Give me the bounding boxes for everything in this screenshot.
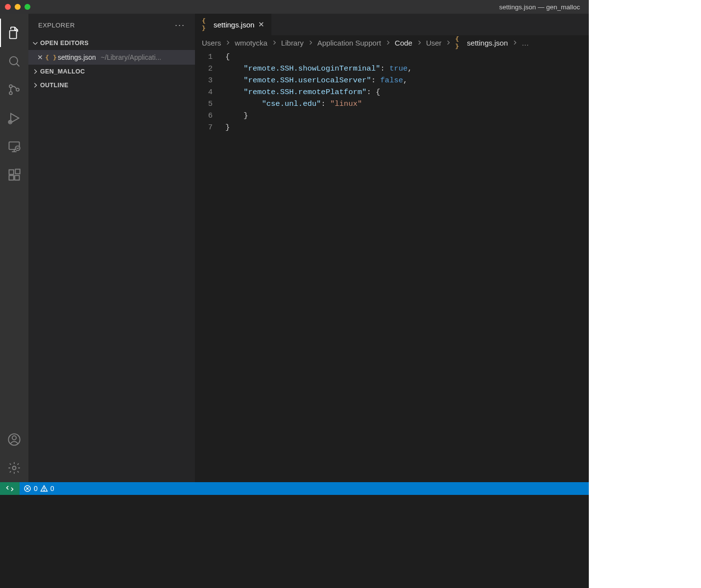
json-file-icon: { } — [47, 53, 55, 61]
line-number: 2 — [195, 63, 213, 74]
svg-line-2 — [17, 64, 20, 67]
breadcrumb-segment[interactable]: Code — [395, 39, 412, 47]
editor-tabs: { } settings.json ✕ — [195, 14, 589, 35]
line-number: 5 — [195, 98, 213, 110]
chevron-right-icon — [445, 40, 451, 46]
svg-point-4 — [9, 92, 12, 95]
breadcrumb[interactable]: UserswmotyckaLibraryApplication SupportC… — [195, 35, 589, 50]
line-number: 4 — [195, 86, 213, 98]
sidebar: EXPLORER ··· OPEN EDITORS ✕ { } settings… — [28, 14, 195, 482]
accounts-icon[interactable] — [0, 425, 28, 454]
json-file-icon: { } — [202, 21, 210, 28]
remote-indicator[interactable] — [0, 482, 20, 495]
sidebar-title: EXPLORER — [38, 22, 75, 29]
svg-point-5 — [16, 88, 19, 91]
breadcrumb-segment[interactable]: wmotycka — [235, 39, 267, 47]
settings-gear-icon[interactable] — [0, 454, 28, 482]
chevron-right-icon — [512, 40, 518, 46]
chevron-right-icon — [416, 40, 422, 46]
breadcrumb-trailing[interactable]: … — [522, 39, 529, 47]
section-open-editors[interactable]: OPEN EDITORS — [28, 36, 195, 50]
sidebar-more-icon[interactable]: ··· — [175, 20, 185, 30]
code-line[interactable]: "remote.SSH.showLoginTerminal": true, — [225, 63, 589, 74]
chevron-down-icon — [31, 40, 39, 47]
section-outline-label: OUTLINE — [40, 82, 69, 89]
svg-rect-13 — [15, 169, 20, 173]
explorer-icon[interactable] — [0, 19, 28, 47]
warning-count: 0 — [50, 485, 54, 492]
run-debug-icon[interactable] — [0, 104, 28, 132]
svg-point-9 — [15, 146, 20, 150]
tab-settings-json[interactable]: { } settings.json ✕ — [195, 14, 272, 35]
editor-area: { } settings.json ✕ UserswmotyckaLibrary… — [195, 14, 589, 482]
close-icon[interactable]: ✕ — [258, 20, 265, 29]
svg-rect-10 — [9, 170, 14, 174]
status-problems[interactable]: 0 0 — [20, 482, 58, 495]
titlebar: settings.json — gen_malloc — [0, 0, 589, 14]
code-editor[interactable]: 1234567 { "remote.SSH.showLoginTerminal"… — [195, 50, 589, 482]
error-count: 0 — [34, 485, 38, 492]
window-title: settings.json — gen_malloc — [499, 3, 580, 11]
window-maximize-button[interactable] — [24, 4, 30, 10]
breadcrumb-segment[interactable]: Application Support — [317, 39, 381, 47]
chevron-right-icon — [308, 40, 314, 46]
svg-point-3 — [9, 85, 12, 88]
line-number: 6 — [195, 110, 213, 122]
line-number: 1 — [195, 51, 213, 63]
source-control-icon[interactable] — [0, 75, 28, 104]
chevron-right-icon — [385, 40, 391, 46]
open-editor-item[interactable]: ✕ { } settings.json ~/Library/Applicati.… — [28, 50, 195, 65]
tab-label: settings.json — [214, 21, 254, 29]
section-workspace[interactable]: GEN_MALLOC — [28, 65, 195, 78]
window-close-button[interactable] — [5, 4, 11, 10]
breadcrumb-file[interactable]: settings.json — [467, 39, 508, 47]
json-file-icon: { } — [455, 39, 463, 47]
extensions-icon[interactable] — [0, 161, 28, 189]
activity-bar — [0, 14, 28, 482]
line-number: 3 — [195, 74, 213, 86]
svg-point-22 — [44, 490, 44, 491]
section-open-editors-label: OPEN EDITORS — [40, 40, 89, 47]
code-line[interactable]: "cse.unl.edu": "linux" — [225, 98, 589, 110]
svg-point-15 — [12, 436, 16, 440]
svg-rect-11 — [9, 175, 14, 180]
svg-rect-12 — [15, 175, 19, 180]
svg-point-1 — [10, 57, 18, 65]
error-icon — [24, 485, 31, 492]
open-editor-filename: settings.json — [58, 53, 96, 61]
code-line[interactable]: } — [225, 110, 589, 122]
search-icon[interactable] — [0, 47, 28, 75]
chevron-right-icon — [31, 68, 39, 75]
warning-icon — [40, 485, 48, 492]
code-line[interactable]: { — [225, 51, 589, 63]
open-editor-filepath: ~/Library/Applicati... — [101, 53, 161, 61]
svg-rect-0 — [10, 30, 17, 38]
window-minimize-button[interactable] — [15, 4, 21, 10]
section-outline[interactable]: OUTLINE — [28, 78, 195, 92]
section-workspace-label: GEN_MALLOC — [40, 68, 85, 75]
code-line[interactable]: "remote.SSH.remotePlatform": { — [225, 86, 589, 98]
remote-explorer-icon[interactable] — [0, 132, 28, 161]
statusbar: 0 0 — [0, 482, 589, 495]
chevron-right-icon — [31, 82, 39, 89]
svg-point-16 — [13, 466, 16, 470]
close-icon[interactable]: ✕ — [36, 53, 44, 61]
code-line[interactable]: "remote.SSH.userLocalServer": false, — [225, 74, 589, 86]
chevron-right-icon — [225, 40, 231, 46]
chevron-right-icon — [271, 40, 277, 46]
breadcrumb-segment[interactable]: Library — [281, 39, 304, 47]
breadcrumb-segment[interactable]: Users — [202, 39, 221, 47]
code-line[interactable]: } — [225, 122, 589, 133]
breadcrumb-segment[interactable]: User — [426, 39, 442, 47]
line-number: 7 — [195, 122, 213, 133]
